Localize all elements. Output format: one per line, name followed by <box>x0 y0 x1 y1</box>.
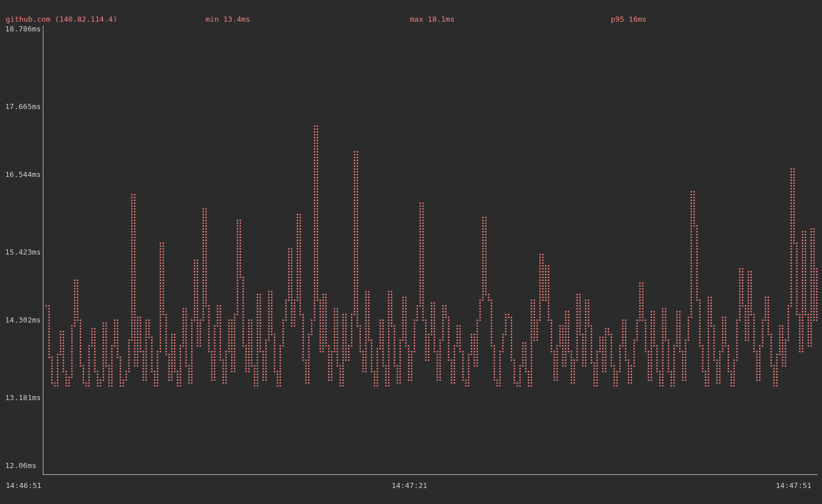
x-axis-line <box>43 474 817 475</box>
gping-terminal-window: github.com (140.82.114.4) min 13.4ms max… <box>0 0 822 504</box>
stat-min-label: min 13.4ms <box>206 15 250 24</box>
y-tick-label: 12.06ms <box>5 461 37 470</box>
y-tick-label: 14.302ms <box>5 316 41 325</box>
y-tick-label: 16.544ms <box>5 170 41 179</box>
ping-target-label: github.com (140.82.114.4) <box>6 15 118 24</box>
y-tick-label: 15.423ms <box>5 248 41 257</box>
y-tick-label: 18.786ms <box>5 25 41 34</box>
latency-plot-canvas <box>0 0 822 504</box>
x-tick-label: 14:47:51 <box>776 481 812 490</box>
x-tick-label: 14:46:51 <box>6 481 42 490</box>
y-tick-label: 13.181ms <box>5 393 41 402</box>
stat-max-label: max 18.1ms <box>410 15 454 24</box>
x-tick-label: 14:47:21 <box>392 481 428 490</box>
stat-p95-label: p95 16ms <box>611 15 647 24</box>
y-tick-label: 17.665ms <box>5 102 41 111</box>
y-axis-line <box>43 26 43 474</box>
